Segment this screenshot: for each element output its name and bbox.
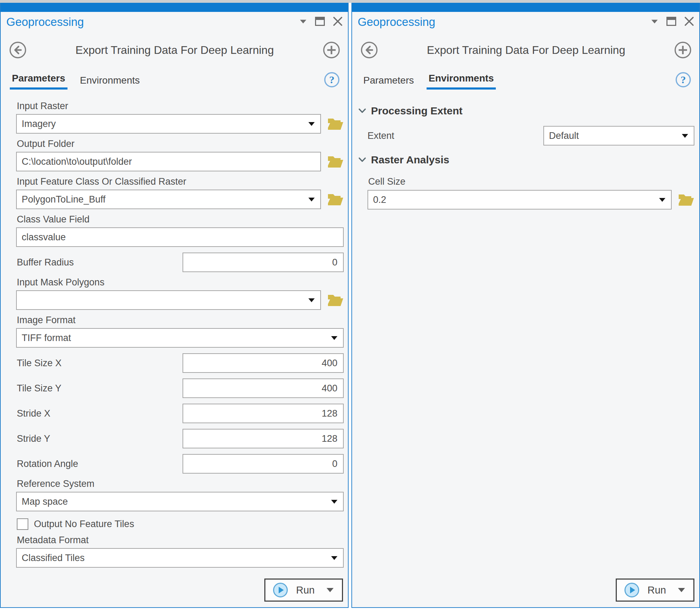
field-label: Class Value Field — [17, 214, 344, 225]
browse-folder-button[interactable] — [327, 117, 344, 131]
input-value: 400 — [322, 383, 337, 394]
tile-size-x-input[interactable]: 400 — [183, 353, 344, 373]
cell-size-combobox[interactable]: 0.2 — [367, 190, 672, 210]
pane-accent-bar — [1, 3, 348, 12]
input-value: 128 — [322, 433, 337, 444]
pane-title: Geoprocessing — [358, 14, 651, 29]
back-button[interactable] — [9, 41, 27, 59]
field-label: Extent — [367, 130, 543, 141]
close-icon[interactable] — [333, 17, 342, 26]
chevron-down-icon — [308, 198, 315, 201]
field-label: Reference System — [17, 478, 344, 489]
run-button[interactable]: Run — [264, 579, 343, 602]
pane-footer: Run — [1, 574, 348, 607]
help-icon[interactable]: ? — [323, 71, 340, 88]
chevron-down-icon — [358, 157, 366, 162]
chevron-down-icon — [331, 556, 337, 560]
rotation-angle-input[interactable]: 0 — [183, 454, 344, 474]
section-raster-analysis: Raster Analysis Cell Size 0.2 — [358, 154, 694, 210]
chevron-down-icon — [331, 500, 337, 504]
input-value: 400 — [322, 358, 337, 369]
input-feature-class-combobox[interactable]: PolygonToLine_Buff — [16, 190, 321, 209]
buffer-radius-input[interactable]: 0 — [183, 253, 344, 272]
section-processing-extent-header[interactable]: Processing Extent — [358, 105, 694, 117]
reference-system-combobox[interactable]: Map space — [16, 492, 344, 511]
input-raster-combobox[interactable]: Imagery — [16, 114, 321, 134]
environments-form: Processing Extent Extent Default Raster … — [352, 90, 699, 574]
class-value-field-input[interactable]: classvalue — [16, 227, 344, 247]
field-stride-y: Stride Y 128 — [16, 429, 344, 448]
combobox-value: Default — [549, 130, 579, 141]
output-no-feature-tiles-checkbox[interactable] — [17, 518, 28, 530]
field-label: Rotation Angle — [16, 459, 183, 469]
tabs-row: Parameters Environments ? — [352, 59, 699, 90]
field-label: Input Raster — [17, 101, 344, 112]
tab-environments[interactable]: Environments — [427, 73, 496, 90]
tab-parameters[interactable]: Parameters — [10, 73, 67, 90]
field-metadata-format: Metadata Format Classified Tiles — [16, 535, 344, 568]
run-options-caret-icon[interactable] — [678, 588, 685, 592]
browse-folder-button[interactable] — [327, 293, 344, 307]
combobox-value: Map space — [22, 496, 68, 507]
run-play-icon — [272, 582, 288, 598]
field-label: Image Format — [17, 315, 344, 326]
desktop-background-strip — [0, 0, 700, 3]
pane-window-controls — [300, 14, 342, 26]
close-icon[interactable] — [685, 17, 694, 26]
field-label: Input Feature Class Or Classified Raster — [17, 176, 344, 187]
pane-titlebar: Geoprocessing — [352, 12, 699, 29]
tool-header: Export Training Data For Deep Learning — [352, 29, 699, 59]
tabs-row: Parameters Environments ? — [1, 59, 348, 90]
metadata-format-combobox[interactable]: Classified Tiles — [16, 548, 344, 568]
combobox-value: 0.2 — [373, 194, 386, 205]
chevron-down-icon — [308, 298, 315, 302]
field-reference-system: Reference System Map space — [16, 478, 344, 511]
checkbox-label: Output No Feature Tiles — [34, 519, 134, 530]
field-output-no-feature-tiles: Output No Feature Tiles — [17, 518, 344, 530]
svg-text:?: ? — [681, 74, 686, 85]
field-tile-size-y: Tile Size Y 400 — [16, 378, 344, 398]
image-format-combobox[interactable]: TIFF format — [16, 328, 344, 348]
field-label: Input Mask Polygons — [17, 277, 344, 288]
field-output-folder: Output Folder C:\location\to\output\fold… — [16, 139, 344, 171]
browse-folder-button[interactable] — [678, 193, 694, 207]
output-folder-input[interactable]: C:\location\to\output\folder — [16, 152, 321, 171]
field-input-raster: Input Raster Imagery — [16, 101, 344, 134]
input-value: 128 — [322, 408, 337, 419]
field-cell-size: Cell Size 0.2 — [367, 176, 694, 210]
svg-text:?: ? — [329, 74, 335, 85]
maximize-icon[interactable] — [315, 17, 325, 26]
maximize-icon[interactable] — [666, 17, 676, 26]
stride-y-input[interactable]: 128 — [183, 429, 344, 448]
run-button[interactable]: Run — [616, 579, 694, 602]
field-rotation-angle: Rotation Angle 0 — [16, 454, 344, 474]
geoprocessing-panes: Geoprocessing Export Training Data For D… — [0, 3, 700, 608]
tab-environments[interactable]: Environments — [78, 75, 142, 90]
run-options-caret-icon[interactable] — [327, 588, 334, 592]
pane-menu-caret-icon[interactable] — [300, 19, 307, 24]
combobox-value: Imagery — [22, 119, 56, 129]
chevron-down-icon — [358, 108, 366, 113]
tab-parameters[interactable]: Parameters — [361, 75, 416, 90]
pane-footer: Run — [352, 574, 699, 607]
chevron-down-icon — [308, 122, 315, 126]
help-icon[interactable]: ? — [675, 71, 692, 88]
pane-menu-caret-icon[interactable] — [651, 19, 658, 24]
field-input-feature-class: Input Feature Class Or Classified Raster… — [16, 176, 344, 209]
input-mask-polygons-combobox[interactable] — [16, 290, 321, 310]
section-title: Processing Extent — [371, 105, 463, 117]
field-stride-x: Stride X 128 — [16, 404, 344, 423]
section-processing-extent: Processing Extent Extent Default — [358, 105, 694, 146]
input-value: C:\location\to\output\folder — [22, 156, 132, 167]
stride-x-input[interactable]: 128 — [183, 404, 344, 423]
chevron-down-icon — [682, 134, 688, 138]
chevron-down-icon — [331, 336, 337, 340]
extent-combobox[interactable]: Default — [543, 126, 694, 146]
back-button[interactable] — [360, 41, 378, 59]
tile-size-y-input[interactable]: 400 — [183, 378, 344, 398]
add-tool-plus-icon[interactable] — [674, 41, 692, 59]
browse-folder-button[interactable] — [327, 193, 344, 206]
browse-folder-button[interactable] — [327, 155, 344, 169]
add-tool-plus-icon[interactable] — [323, 41, 340, 59]
section-raster-analysis-header[interactable]: Raster Analysis — [358, 154, 694, 166]
